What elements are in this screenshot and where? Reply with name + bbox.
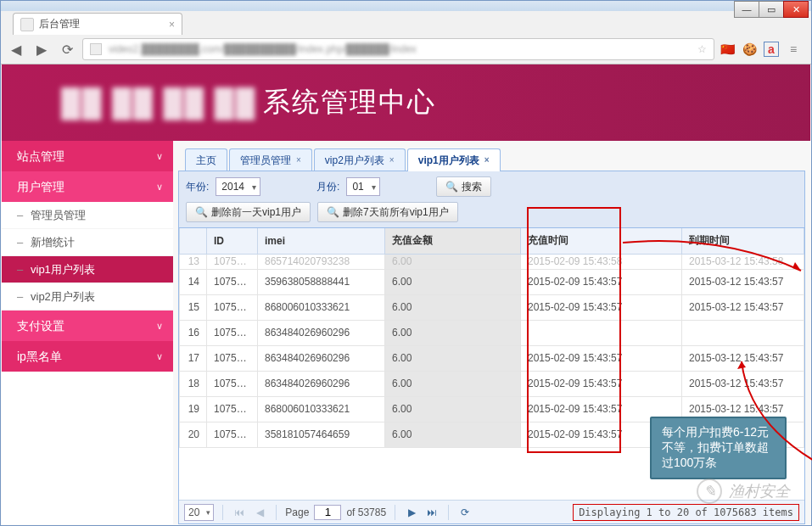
search-icon: 🔍 — [445, 181, 458, 193]
table-row[interactable]: 1710756678634840269602966.002015-02-09 1… — [180, 345, 804, 371]
table-cell: 1075670 — [207, 269, 258, 294]
page-header: ██ ██ ██ ██ 系统管理中心 — [2, 64, 810, 141]
main-panel: 主页管理员管理×vip2用户列表×vip1用户列表× 年份: 2014 月份: … — [173, 141, 810, 524]
browser-addressbar-row: ◀ ▶ ⟳ video2.████████.com/██████████/ind… — [1, 35, 811, 64]
tab-close-icon[interactable]: × — [296, 150, 301, 171]
delete-yesterday-button[interactable]: 🔍删除前一天vip1用户 — [186, 202, 311, 222]
browser-tab[interactable]: 后台管理 × — [13, 13, 182, 35]
table-cell: 865714020793238 — [258, 254, 385, 269]
table-cell: 2015-03-12 15:43:58 — [682, 254, 804, 269]
search-icon: 🔍 — [195, 206, 208, 218]
sidebar-item[interactable]: vip2用户列表 — [2, 283, 173, 311]
pager-page-input[interactable] — [314, 505, 341, 520]
col-expire-time[interactable]: 到期时间 — [682, 228, 804, 254]
document-tab[interactable]: vip2用户列表× — [314, 148, 406, 171]
tab-close-icon[interactable]: × — [484, 150, 490, 171]
pager-page-total: of 53785 — [346, 506, 386, 518]
table-cell: 14 — [180, 269, 207, 294]
document-tab[interactable]: 主页 — [185, 148, 227, 171]
table-cell — [521, 320, 682, 345]
data-table: ID imei 充值金额 充值时间 到期时间 13107567186571402… — [179, 228, 804, 448]
month-select[interactable]: 01 — [346, 177, 379, 196]
table-cell: 6.00 — [385, 396, 521, 422]
browser-menu-button[interactable]: ≡ — [786, 42, 801, 57]
pager-next-button[interactable]: ▶ — [404, 505, 419, 520]
table-cell: 863484026960296 — [258, 320, 385, 345]
tab-close-icon[interactable]: × — [389, 150, 395, 171]
ext-flag-icon[interactable]: 🇨🇳 — [720, 42, 735, 57]
table-cell: 19 — [180, 396, 207, 422]
table-cell: 13 — [180, 254, 207, 269]
tab-close-icon[interactable]: × — [169, 19, 175, 31]
table-cell: 1075664 — [207, 422, 258, 447]
pager-last-button[interactable]: ⏭ — [424, 505, 440, 520]
page-size-select[interactable]: 20 — [184, 504, 214, 521]
document-tab[interactable]: 管理员管理× — [229, 148, 312, 171]
table-cell: 6.00 — [385, 422, 521, 447]
address-text: video2.████████.com/██████████/index.php… — [109, 43, 417, 55]
delete-7days-button[interactable]: 🔍删除7天前所有vip1用户 — [317, 202, 458, 222]
nav-back-button[interactable]: ◀ — [6, 39, 26, 59]
year-select[interactable]: 2014 — [216, 177, 260, 196]
nav-forward-button[interactable]: ▶ — [31, 39, 52, 59]
page-favicon-icon — [90, 43, 102, 55]
address-bar[interactable]: video2.████████.com/██████████/index.php… — [82, 38, 714, 60]
year-label: 年份: — [186, 180, 209, 194]
sidebar-group[interactable]: 支付设置 — [2, 311, 173, 341]
page-title: 系统管理中心 — [263, 84, 436, 121]
table-row[interactable]: 1310756718657140207932386.002015-02-09 1… — [180, 254, 804, 269]
window-frame: — ▭ ✕ 后台管理 × ◀ ▶ ⟳ video2.████████.com/█… — [0, 0, 812, 526]
table-cell: 20 — [180, 422, 207, 447]
sidebar-group[interactable]: 用户管理 — [2, 171, 173, 202]
content-row: 站点管理用户管理管理员管理新增统计vip1用户列表vip2用户列表支付设置ip黑… — [2, 141, 810, 524]
table-cell: 359638058888441 — [258, 269, 385, 294]
ext-letter-icon[interactable]: a — [764, 42, 779, 57]
col-amount[interactable]: 充值金额 — [385, 228, 521, 254]
table-cell: 2015-02-09 15:43:57 — [521, 345, 682, 371]
table-cell: 358181057464659 — [258, 422, 385, 447]
annotation-callout: 每个用户扣费6-12元不等，扣费订单数超过100万条 — [650, 417, 787, 479]
table-row[interactable]: 1410756703596380588884416.002015-02-09 1… — [180, 269, 804, 294]
sidebar-item[interactable]: 管理员管理 — [2, 202, 173, 229]
bookmark-star-icon[interactable]: ☆ — [697, 43, 707, 55]
pager-refresh-button[interactable]: ⟳ — [457, 505, 473, 520]
col-id[interactable]: ID — [207, 228, 258, 254]
table-cell: 1075668 — [207, 320, 258, 345]
table-row[interactable]: 1510756698680060103336216.002015-02-09 1… — [180, 294, 804, 320]
table-cell: 6.00 — [385, 371, 521, 396]
table-cell: 868006010333621 — [258, 294, 385, 320]
table-cell: 2015-02-09 15:43:57 — [521, 294, 682, 320]
col-charge-time[interactable]: 充值时间 — [521, 228, 682, 254]
table-cell: 2015-02-09 15:43:57 — [521, 269, 682, 294]
pager-display-info: Displaying 1 to 20 of 1075683 items — [573, 504, 799, 521]
table-cell: 2015-02-09 15:43:57 — [521, 371, 682, 396]
pager-first-button[interactable]: ⏮ — [232, 505, 247, 520]
table-row[interactable]: 1810756668634840269602966.002015-02-09 1… — [180, 371, 804, 396]
table-row[interactable]: 1610756688634840269602966.00 — [180, 320, 804, 345]
table-cell: 15 — [180, 294, 207, 320]
col-imei[interactable]: imei — [258, 228, 385, 254]
document-tab[interactable]: vip1用户列表× — [407, 148, 501, 171]
search-button[interactable]: 🔍搜索 — [436, 176, 491, 197]
pager-prev-button[interactable]: ◀ — [252, 505, 267, 520]
ext-cookie-icon[interactable]: 🍪 — [742, 42, 757, 57]
sidebar-group[interactable]: 站点管理 — [2, 141, 173, 171]
header-blurred-prefix: ██ ██ ██ ██ — [61, 87, 256, 119]
table-cell: 868006010333621 — [258, 396, 385, 422]
pager: 20 ⏮ ◀ Page of 53785 ▶ ⏭ ⟳ Displaying 1 — [179, 500, 804, 523]
nav-reload-button[interactable]: ⟳ — [57, 39, 77, 59]
table-cell: 2015-02-09 15:43:58 — [521, 254, 682, 269]
browser-chrome: 后台管理 × ◀ ▶ ⟳ video2.████████.com/███████… — [1, 11, 811, 64]
table-cell: 1075667 — [207, 345, 258, 371]
sidebar: 站点管理用户管理管理员管理新增统计vip1用户列表vip2用户列表支付设置ip黑… — [2, 141, 173, 524]
month-label: 月份: — [316, 180, 339, 194]
table-cell — [682, 320, 804, 345]
col-index[interactable] — [180, 228, 207, 254]
sidebar-item[interactable]: 新增统计 — [2, 229, 173, 256]
sidebar-group[interactable]: ip黑名单 — [2, 341, 173, 372]
table-cell: 6.00 — [385, 320, 521, 345]
favicon-icon — [20, 18, 34, 31]
table-cell: 1075665 — [207, 396, 258, 422]
table-cell: 863484026960296 — [258, 371, 385, 396]
sidebar-item[interactable]: vip1用户列表 — [2, 256, 173, 283]
